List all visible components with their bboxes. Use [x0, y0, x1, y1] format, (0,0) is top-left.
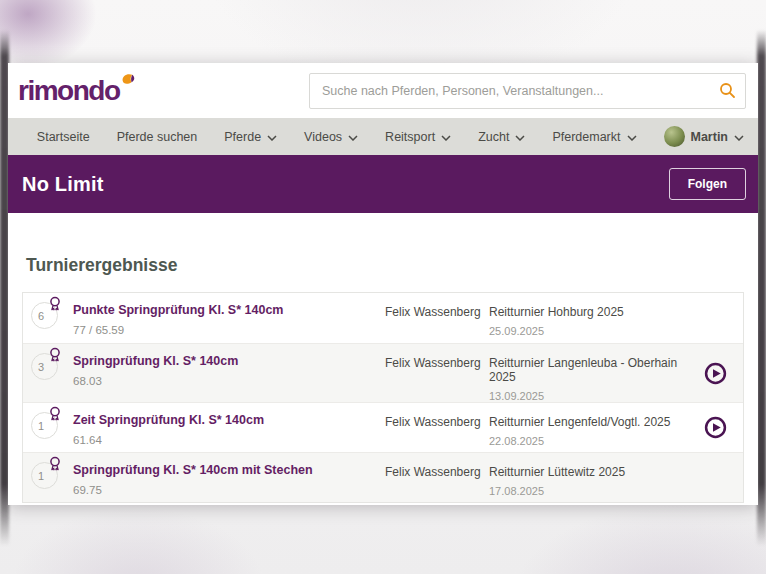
- placement-badge: 1: [31, 462, 58, 489]
- rimondo-logo-text: rimondo: [18, 75, 120, 106]
- event-date: 25.09.2025: [489, 325, 687, 337]
- backdrop-edge-right: [757, 30, 766, 546]
- nav-item-pferde-suchen[interactable]: Pferde suchen: [117, 130, 198, 144]
- nav-item-videos[interactable]: Videos: [304, 129, 358, 144]
- chevron-down-icon: [627, 130, 637, 144]
- rosette-icon: [47, 296, 63, 316]
- event-name[interactable]: Reitturnier Lüttewitz 2025: [489, 465, 687, 479]
- nav-item-startseite[interactable]: Startseite: [37, 130, 90, 144]
- competition-title[interactable]: Zeit Springprüfung Kl. S* 140cm: [73, 413, 385, 427]
- competition-score: 69.75: [73, 484, 385, 496]
- user-avatar: [664, 126, 685, 147]
- rimondo-page: rimondo Startseite Pferde suchen Pferde …: [8, 63, 758, 505]
- competition-score: 68.03: [73, 375, 385, 387]
- play-video-button[interactable]: [704, 416, 727, 439]
- section-heading: Turnierergebnisse: [26, 255, 744, 276]
- event-name[interactable]: Reitturnier Hohburg 2025: [489, 305, 687, 319]
- search-input[interactable]: [309, 73, 746, 109]
- results-table: 6 Punkte Springprüfung Kl. S* 140cm 77 /…: [22, 292, 744, 503]
- event-name[interactable]: Reitturnier Langenleuba - Oberhain 2025: [489, 356, 687, 384]
- placement-badge: 3: [31, 353, 58, 380]
- nav-item-zucht[interactable]: Zucht: [478, 129, 525, 144]
- chevron-down-icon: [441, 130, 451, 144]
- chevron-down-icon: [734, 130, 744, 144]
- rosette-icon: [47, 347, 63, 367]
- nav-item-reitsport[interactable]: Reitsport: [385, 129, 451, 144]
- horse-banner: No Limit Folgen: [8, 155, 758, 213]
- rider-name[interactable]: Felix Wassenberg: [385, 453, 489, 502]
- competition-score: 77 / 65.59: [73, 324, 385, 336]
- page-title: No Limit: [22, 173, 104, 196]
- event-date: 13.09.2025: [489, 390, 687, 402]
- chevron-down-icon: [515, 130, 525, 144]
- search-icon[interactable]: [719, 82, 736, 103]
- competition-title[interactable]: Punkte Springprüfung Kl. S* 140cm: [73, 303, 385, 317]
- rimondo-logo-mark-icon: [121, 72, 136, 91]
- rider-name[interactable]: Felix Wassenberg: [385, 403, 489, 452]
- rider-name[interactable]: Felix Wassenberg: [385, 293, 489, 343]
- site-header: rimondo: [8, 63, 758, 118]
- chevron-down-icon: [348, 130, 358, 144]
- play-video-button[interactable]: [704, 362, 727, 385]
- result-row: 6 Punkte Springprüfung Kl. S* 140cm 77 /…: [23, 293, 743, 343]
- event-name[interactable]: Reitturnier Lengenfeld/Vogtl. 2025: [489, 415, 687, 429]
- result-row: 3 Springprüfung Kl. S* 140cm 68.03 Felix…: [23, 343, 743, 402]
- content-area: Turnierergebnisse 6 Punkte Springprüfung…: [8, 213, 758, 503]
- search-bar: [309, 73, 746, 109]
- rimondo-logo[interactable]: rimondo: [18, 75, 136, 107]
- event-date: 17.08.2025: [489, 485, 687, 497]
- rosette-icon: [47, 406, 63, 426]
- placement-badge: 1: [31, 412, 58, 439]
- competition-score: 61.64: [73, 434, 385, 446]
- main-nav: Startseite Pferde suchen Pferde Videos R…: [8, 118, 758, 155]
- competition-title[interactable]: Springprüfung Kl. S* 140cm mit Stechen: [73, 463, 385, 477]
- competition-title[interactable]: Springprüfung Kl. S* 140cm: [73, 354, 385, 368]
- placement-badge: 6: [31, 302, 58, 329]
- follow-button[interactable]: Folgen: [669, 168, 746, 200]
- result-row: 1 Zeit Springprüfung Kl. S* 140cm 61.64 …: [23, 402, 743, 452]
- user-name: Martin: [691, 130, 729, 144]
- event-date: 22.08.2025: [489, 435, 687, 447]
- rider-name[interactable]: Felix Wassenberg: [385, 344, 489, 402]
- nav-item-pferde[interactable]: Pferde: [224, 129, 277, 144]
- result-row: 1 Springprüfung Kl. S* 140cm mit Stechen…: [23, 452, 743, 502]
- nav-item-pferdemarkt[interactable]: Pferdemarkt: [552, 129, 636, 144]
- rosette-icon: [47, 456, 63, 476]
- chevron-down-icon: [267, 130, 277, 144]
- nav-item-user-menu[interactable]: Martin: [664, 126, 745, 147]
